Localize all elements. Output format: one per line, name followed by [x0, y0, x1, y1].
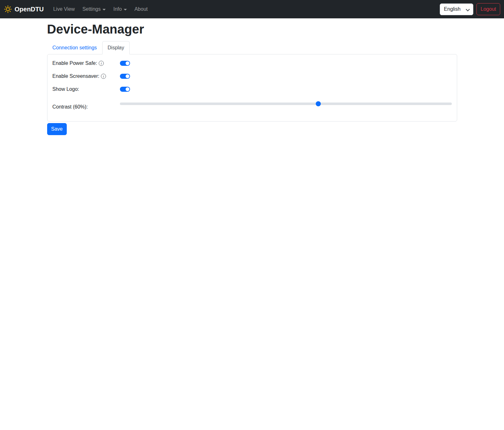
enable-screensaver-toggle[interactable]	[120, 74, 130, 79]
language-selected-value: English	[444, 6, 460, 12]
nav-item-label: About	[134, 6, 148, 12]
navbar: OpenDTU Live View Settings Info About En…	[0, 0, 504, 18]
toggle-knob	[126, 74, 129, 78]
toggle-knob	[126, 61, 129, 65]
setting-label-text: Enable Screensaver:	[53, 72, 100, 80]
nav-item-label: Live View	[53, 6, 75, 12]
setting-label: Enable Screensaver: i	[53, 72, 120, 80]
setting-row-contrast: Contrast (60%):	[53, 98, 452, 116]
contrast-slider-thumb[interactable]	[316, 101, 321, 106]
slider-track[interactable]	[120, 103, 452, 105]
tab-bar: Connection settings Display	[47, 41, 457, 54]
nav-item-label: Settings	[82, 6, 101, 12]
setting-label-text: Show Logo:	[53, 85, 79, 93]
setting-row-enable-screensaver: Enable Screensaver: i	[53, 72, 452, 80]
sun-icon	[4, 5, 12, 13]
nav-links: Live View Settings Info About	[49, 4, 152, 15]
logout-button[interactable]: Logout	[476, 3, 500, 15]
setting-label: Enable Power Safe: i	[53, 59, 120, 67]
brand-title: OpenDTU	[15, 6, 44, 13]
nav-item-info[interactable]: Info	[111, 4, 129, 15]
setting-label-text: Enable Power Safe:	[53, 59, 97, 67]
nav-item-about[interactable]: About	[132, 4, 150, 15]
display-settings-card: Enable Power Safe: i Enable Screensaver:…	[47, 54, 457, 122]
setting-label-text: Contrast (60%):	[53, 103, 88, 111]
setting-label: Show Logo:	[53, 85, 120, 93]
tab-connection-settings[interactable]: Connection settings	[47, 41, 103, 54]
setting-row-show-logo: Show Logo:	[53, 85, 452, 93]
chevron-down-icon	[466, 7, 470, 11]
info-icon[interactable]: i	[99, 61, 104, 66]
nav-item-settings[interactable]: Settings	[80, 4, 108, 15]
brand[interactable]: OpenDTU	[4, 5, 44, 13]
toggle-knob	[126, 87, 129, 91]
nav-item-live-view[interactable]: Live View	[51, 4, 77, 15]
language-select[interactable]: English	[440, 3, 473, 15]
nav-item-label: Info	[113, 6, 122, 12]
page-title: Device-Manager	[47, 22, 457, 37]
main-content: Device-Manager Connection settings Displ…	[47, 22, 457, 135]
contrast-slider[interactable]	[120, 101, 452, 106]
info-icon[interactable]: i	[101, 74, 106, 79]
navbar-right: English Logout	[440, 3, 500, 15]
tab-display[interactable]: Display	[102, 41, 129, 54]
enable-power-safe-toggle[interactable]	[120, 61, 130, 66]
caret-down-icon	[103, 9, 106, 10]
show-logo-toggle[interactable]	[120, 87, 130, 92]
save-button[interactable]: Save	[47, 123, 67, 135]
setting-label: Contrast (60%):	[53, 98, 120, 111]
setting-row-enable-power-safe: Enable Power Safe: i	[53, 59, 452, 67]
caret-down-icon	[124, 9, 127, 10]
